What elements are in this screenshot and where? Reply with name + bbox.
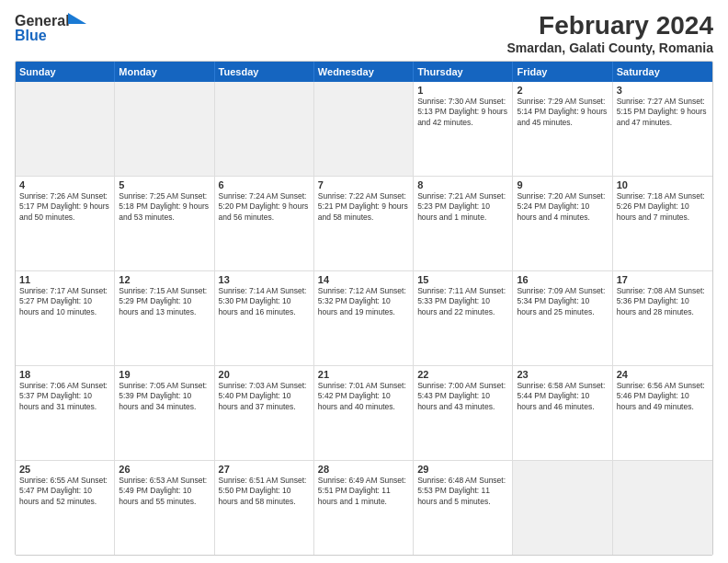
cell-content: Sunrise: 6:48 AM Sunset: 5:53 PM Dayligh… [417,476,508,507]
logo-icon: GeneralBlue [15,11,88,42]
cal-cell-w3-d1: 19Sunrise: 7:05 AM Sunset: 5:39 PM Dayli… [115,366,214,460]
cal-cell-w1-d6: 10Sunrise: 7:18 AM Sunset: 5:26 PM Dayli… [613,177,712,270]
day-number: 28 [318,464,409,475]
cell-content: Sunrise: 7:21 AM Sunset: 5:23 PM Dayligh… [417,191,508,223]
header-saturday: Saturday [613,62,712,82]
cal-cell-w0-d3 [314,82,414,176]
main-title: February 2024 [506,11,713,40]
cal-cell-w4-d2: 27Sunrise: 6:51 AM Sunset: 5:50 PM Dayli… [215,461,314,555]
header-thursday: Thursday [414,62,513,82]
cell-content: Sunrise: 7:08 AM Sunset: 5:36 PM Dayligh… [617,286,709,317]
cell-content: Sunrise: 7:03 AM Sunset: 5:40 PM Dayligh… [219,381,310,412]
day-number: 27 [219,464,310,475]
day-number: 9 [517,179,608,190]
day-number: 22 [417,369,508,380]
calendar: Sunday Monday Tuesday Wednesday Thursday… [15,61,713,556]
cal-cell-w4-d5 [513,461,612,555]
cal-cell-w0-d0 [16,82,115,176]
day-number: 2 [517,85,608,96]
svg-text:General: General [15,13,70,29]
cal-cell-w4-d1: 26Sunrise: 6:53 AM Sunset: 5:49 PM Dayli… [115,461,214,555]
cal-cell-w1-d3: 7Sunrise: 7:22 AM Sunset: 5:21 PM Daylig… [314,177,414,270]
cell-content: Sunrise: 6:55 AM Sunset: 5:47 PM Dayligh… [19,476,110,507]
day-number: 16 [517,274,608,285]
cell-content: Sunrise: 7:18 AM Sunset: 5:26 PM Dayligh… [617,191,709,223]
cal-cell-w4-d0: 25Sunrise: 6:55 AM Sunset: 5:47 PM Dayli… [16,461,115,555]
cal-cell-w3-d4: 22Sunrise: 7:00 AM Sunset: 5:43 PM Dayli… [414,366,513,460]
day-number: 12 [119,274,210,285]
cal-cell-w3-d5: 23Sunrise: 6:58 AM Sunset: 5:44 PM Dayli… [513,366,612,460]
cell-content: Sunrise: 7:15 AM Sunset: 5:29 PM Dayligh… [119,286,210,317]
cal-cell-w2-d6: 17Sunrise: 7:08 AM Sunset: 5:36 PM Dayli… [613,271,712,365]
cal-cell-w4-d6 [613,461,712,555]
cal-cell-w4-d3: 28Sunrise: 6:49 AM Sunset: 5:51 PM Dayli… [314,461,414,555]
cal-cell-w1-d4: 8Sunrise: 7:21 AM Sunset: 5:23 PM Daylig… [414,177,513,270]
cell-content: Sunrise: 7:05 AM Sunset: 5:39 PM Dayligh… [119,381,210,412]
cell-content: Sunrise: 6:51 AM Sunset: 5:50 PM Dayligh… [219,476,310,507]
day-number: 29 [417,464,508,475]
svg-marker-1 [68,13,86,24]
svg-text:Blue: Blue [15,28,47,42]
cal-cell-w1-d2: 6Sunrise: 7:24 AM Sunset: 5:20 PM Daylig… [215,177,314,270]
calendar-header: Sunday Monday Tuesday Wednesday Thursday… [16,62,712,82]
cal-cell-w3-d0: 18Sunrise: 7:06 AM Sunset: 5:37 PM Dayli… [16,366,115,460]
cal-cell-w2-d3: 14Sunrise: 7:12 AM Sunset: 5:32 PM Dayli… [314,271,414,365]
cell-content: Sunrise: 6:56 AM Sunset: 5:46 PM Dayligh… [617,381,709,412]
day-number: 24 [617,369,709,380]
day-number: 14 [318,274,409,285]
day-number: 26 [119,464,210,475]
cal-cell-w2-d4: 15Sunrise: 7:11 AM Sunset: 5:33 PM Dayli… [414,271,513,365]
week-row-3: 18Sunrise: 7:06 AM Sunset: 5:37 PM Dayli… [16,366,712,461]
day-number: 13 [219,274,310,285]
cell-content: Sunrise: 7:25 AM Sunset: 5:18 PM Dayligh… [119,191,210,223]
cell-content: Sunrise: 7:06 AM Sunset: 5:37 PM Dayligh… [19,381,110,412]
cell-content: Sunrise: 6:53 AM Sunset: 5:49 PM Dayligh… [119,476,210,507]
cal-cell-w1-d0: 4Sunrise: 7:26 AM Sunset: 5:17 PM Daylig… [16,177,115,270]
week-row-2: 11Sunrise: 7:17 AM Sunset: 5:27 PM Dayli… [16,271,712,366]
cell-content: Sunrise: 7:12 AM Sunset: 5:32 PM Dayligh… [318,286,409,317]
header-monday: Monday [115,62,214,82]
day-number: 25 [19,464,110,475]
cell-content: Sunrise: 7:09 AM Sunset: 5:34 PM Dayligh… [517,286,608,317]
day-number: 19 [119,369,210,380]
cell-content: Sunrise: 7:01 AM Sunset: 5:42 PM Dayligh… [318,381,409,412]
week-row-0: 1Sunrise: 7:30 AM Sunset: 5:13 PM Daylig… [16,82,712,177]
cal-cell-w3-d2: 20Sunrise: 7:03 AM Sunset: 5:40 PM Dayli… [215,366,314,460]
cal-cell-w4-d4: 29Sunrise: 6:48 AM Sunset: 5:53 PM Dayli… [414,461,513,555]
cal-cell-w2-d5: 16Sunrise: 7:09 AM Sunset: 5:34 PM Dayli… [513,271,612,365]
week-row-1: 4Sunrise: 7:26 AM Sunset: 5:17 PM Daylig… [16,177,712,271]
day-number: 18 [19,369,110,380]
cal-cell-w2-d2: 13Sunrise: 7:14 AM Sunset: 5:30 PM Dayli… [215,271,314,365]
day-number: 21 [318,369,409,380]
cell-content: Sunrise: 7:26 AM Sunset: 5:17 PM Dayligh… [19,191,110,223]
cell-content: Sunrise: 7:24 AM Sunset: 5:20 PM Dayligh… [219,191,310,223]
day-number: 8 [417,179,508,190]
header-tuesday: Tuesday [215,62,314,82]
cell-content: Sunrise: 7:14 AM Sunset: 5:30 PM Dayligh… [219,286,310,317]
cal-cell-w3-d6: 24Sunrise: 6:56 AM Sunset: 5:46 PM Dayli… [613,366,712,460]
day-number: 5 [119,179,210,190]
day-number: 7 [318,179,409,190]
cell-content: Sunrise: 7:20 AM Sunset: 5:24 PM Dayligh… [517,191,608,223]
calendar-body: 1Sunrise: 7:30 AM Sunset: 5:13 PM Daylig… [16,82,712,555]
cell-content: Sunrise: 7:29 AM Sunset: 5:14 PM Dayligh… [517,97,608,128]
page: GeneralBlue February 2024 Smardan, Galat… [0,0,728,563]
cell-content: Sunrise: 6:49 AM Sunset: 5:51 PM Dayligh… [318,476,409,507]
header-wednesday: Wednesday [314,62,414,82]
cal-cell-w0-d1 [115,82,214,176]
header-sunday: Sunday [16,62,115,82]
cell-content: Sunrise: 6:58 AM Sunset: 5:44 PM Dayligh… [517,381,608,412]
cal-cell-w0-d5: 2Sunrise: 7:29 AM Sunset: 5:14 PM Daylig… [513,82,612,176]
day-number: 6 [219,179,310,190]
cell-content: Sunrise: 7:30 AM Sunset: 5:13 PM Dayligh… [417,97,508,128]
logo: GeneralBlue [15,11,88,42]
cal-cell-w2-d0: 11Sunrise: 7:17 AM Sunset: 5:27 PM Dayli… [16,271,115,365]
subtitle: Smardan, Galati County, Romania [506,40,713,55]
day-number: 11 [19,274,110,285]
day-number: 10 [617,179,709,190]
day-number: 17 [617,274,709,285]
day-number: 20 [219,369,310,380]
cal-cell-w1-d5: 9Sunrise: 7:20 AM Sunset: 5:24 PM Daylig… [513,177,612,270]
cal-cell-w0-d4: 1Sunrise: 7:30 AM Sunset: 5:13 PM Daylig… [414,82,513,176]
day-number: 23 [517,369,608,380]
